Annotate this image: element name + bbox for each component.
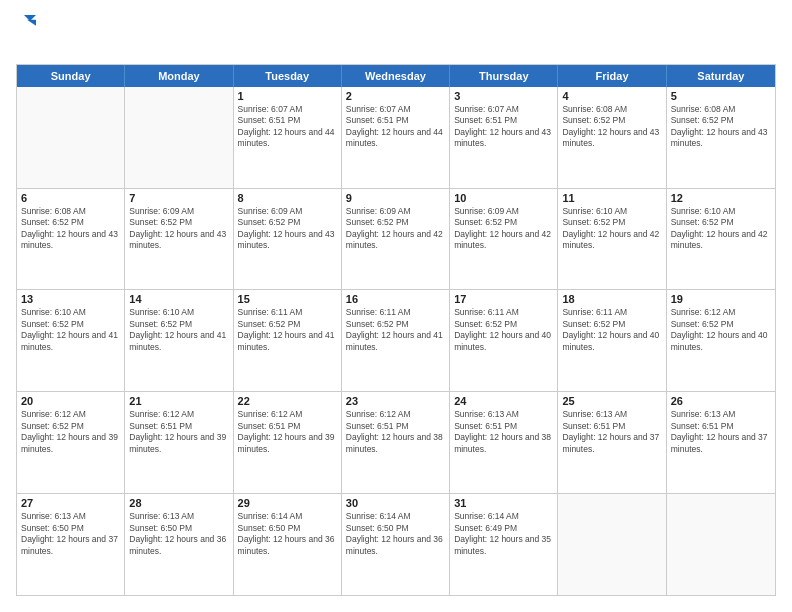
sunset-text: Sunset: 6:52 PM bbox=[671, 319, 771, 330]
daylight-text: Daylight: 12 hours and 40 minutes. bbox=[671, 330, 771, 353]
calendar-cell: 20Sunrise: 6:12 AMSunset: 6:52 PMDayligh… bbox=[17, 392, 125, 493]
calendar-row-5: 27Sunrise: 6:13 AMSunset: 6:50 PMDayligh… bbox=[17, 494, 775, 595]
sunrise-text: Sunrise: 6:08 AM bbox=[562, 104, 661, 115]
calendar-cell: 13Sunrise: 6:10 AMSunset: 6:52 PMDayligh… bbox=[17, 290, 125, 391]
calendar-cell bbox=[125, 87, 233, 188]
sunset-text: Sunset: 6:52 PM bbox=[21, 319, 120, 330]
day-number: 7 bbox=[129, 192, 228, 204]
calendar-cell: 28Sunrise: 6:13 AMSunset: 6:50 PMDayligh… bbox=[125, 494, 233, 595]
day-number: 29 bbox=[238, 497, 337, 509]
daylight-text: Daylight: 12 hours and 36 minutes. bbox=[238, 534, 337, 557]
daylight-text: Daylight: 12 hours and 37 minutes. bbox=[671, 432, 771, 455]
header bbox=[16, 16, 776, 54]
sunrise-text: Sunrise: 6:07 AM bbox=[238, 104, 337, 115]
daylight-text: Daylight: 12 hours and 44 minutes. bbox=[238, 127, 337, 150]
sunset-text: Sunset: 6:51 PM bbox=[129, 421, 228, 432]
daylight-text: Daylight: 12 hours and 41 minutes. bbox=[238, 330, 337, 353]
day-number: 28 bbox=[129, 497, 228, 509]
sunset-text: Sunset: 6:52 PM bbox=[129, 319, 228, 330]
calendar-cell: 31Sunrise: 6:14 AMSunset: 6:49 PMDayligh… bbox=[450, 494, 558, 595]
day-number: 31 bbox=[454, 497, 553, 509]
sunrise-text: Sunrise: 6:12 AM bbox=[21, 409, 120, 420]
sunrise-text: Sunrise: 6:10 AM bbox=[671, 206, 771, 217]
sunrise-text: Sunrise: 6:11 AM bbox=[562, 307, 661, 318]
logo-icon bbox=[18, 12, 36, 30]
header-day-saturday: Saturday bbox=[667, 65, 775, 87]
calendar-cell: 11Sunrise: 6:10 AMSunset: 6:52 PMDayligh… bbox=[558, 189, 666, 290]
calendar-cell: 12Sunrise: 6:10 AMSunset: 6:52 PMDayligh… bbox=[667, 189, 775, 290]
day-number: 27 bbox=[21, 497, 120, 509]
sunrise-text: Sunrise: 6:11 AM bbox=[346, 307, 445, 318]
calendar-cell: 2Sunrise: 6:07 AMSunset: 6:51 PMDaylight… bbox=[342, 87, 450, 188]
daylight-text: Daylight: 12 hours and 38 minutes. bbox=[454, 432, 553, 455]
day-number: 6 bbox=[21, 192, 120, 204]
sunrise-text: Sunrise: 6:08 AM bbox=[21, 206, 120, 217]
daylight-text: Daylight: 12 hours and 43 minutes. bbox=[238, 229, 337, 252]
sunrise-text: Sunrise: 6:14 AM bbox=[238, 511, 337, 522]
calendar-cell: 9Sunrise: 6:09 AMSunset: 6:52 PMDaylight… bbox=[342, 189, 450, 290]
daylight-text: Daylight: 12 hours and 42 minutes. bbox=[671, 229, 771, 252]
daylight-text: Daylight: 12 hours and 41 minutes. bbox=[346, 330, 445, 353]
sunrise-text: Sunrise: 6:12 AM bbox=[129, 409, 228, 420]
sunrise-text: Sunrise: 6:11 AM bbox=[238, 307, 337, 318]
page: SundayMondayTuesdayWednesdayThursdayFrid… bbox=[0, 0, 792, 612]
sunset-text: Sunset: 6:50 PM bbox=[129, 523, 228, 534]
daylight-text: Daylight: 12 hours and 42 minutes. bbox=[562, 229, 661, 252]
sunset-text: Sunset: 6:52 PM bbox=[346, 217, 445, 228]
sunset-text: Sunset: 6:51 PM bbox=[454, 421, 553, 432]
day-number: 15 bbox=[238, 293, 337, 305]
day-number: 18 bbox=[562, 293, 661, 305]
calendar-cell: 14Sunrise: 6:10 AMSunset: 6:52 PMDayligh… bbox=[125, 290, 233, 391]
daylight-text: Daylight: 12 hours and 37 minutes. bbox=[562, 432, 661, 455]
daylight-text: Daylight: 12 hours and 40 minutes. bbox=[562, 330, 661, 353]
calendar-cell: 1Sunrise: 6:07 AMSunset: 6:51 PMDaylight… bbox=[234, 87, 342, 188]
sunrise-text: Sunrise: 6:13 AM bbox=[129, 511, 228, 522]
sunrise-text: Sunrise: 6:13 AM bbox=[454, 409, 553, 420]
daylight-text: Daylight: 12 hours and 42 minutes. bbox=[346, 229, 445, 252]
calendar-row-4: 20Sunrise: 6:12 AMSunset: 6:52 PMDayligh… bbox=[17, 392, 775, 494]
sunrise-text: Sunrise: 6:12 AM bbox=[238, 409, 337, 420]
sunrise-text: Sunrise: 6:10 AM bbox=[562, 206, 661, 217]
logo-text bbox=[16, 34, 36, 54]
calendar-cell: 25Sunrise: 6:13 AMSunset: 6:51 PMDayligh… bbox=[558, 392, 666, 493]
daylight-text: Daylight: 12 hours and 43 minutes. bbox=[21, 229, 120, 252]
sunset-text: Sunset: 6:50 PM bbox=[346, 523, 445, 534]
calendar-cell: 26Sunrise: 6:13 AMSunset: 6:51 PMDayligh… bbox=[667, 392, 775, 493]
calendar-cell bbox=[17, 87, 125, 188]
daylight-text: Daylight: 12 hours and 43 minutes. bbox=[671, 127, 771, 150]
day-number: 16 bbox=[346, 293, 445, 305]
day-number: 1 bbox=[238, 90, 337, 102]
sunset-text: Sunset: 6:51 PM bbox=[238, 115, 337, 126]
sunset-text: Sunset: 6:50 PM bbox=[238, 523, 337, 534]
sunrise-text: Sunrise: 6:09 AM bbox=[346, 206, 445, 217]
daylight-text: Daylight: 12 hours and 44 minutes. bbox=[346, 127, 445, 150]
sunset-text: Sunset: 6:52 PM bbox=[129, 217, 228, 228]
header-day-thursday: Thursday bbox=[450, 65, 558, 87]
svg-marker-1 bbox=[27, 20, 36, 26]
sunrise-text: Sunrise: 6:13 AM bbox=[562, 409, 661, 420]
sunset-text: Sunset: 6:51 PM bbox=[671, 421, 771, 432]
sunset-text: Sunset: 6:52 PM bbox=[238, 217, 337, 228]
day-number: 19 bbox=[671, 293, 771, 305]
daylight-text: Daylight: 12 hours and 39 minutes. bbox=[238, 432, 337, 455]
day-number: 13 bbox=[21, 293, 120, 305]
sunrise-text: Sunrise: 6:09 AM bbox=[454, 206, 553, 217]
daylight-text: Daylight: 12 hours and 43 minutes. bbox=[562, 127, 661, 150]
calendar-cell: 18Sunrise: 6:11 AMSunset: 6:52 PMDayligh… bbox=[558, 290, 666, 391]
daylight-text: Daylight: 12 hours and 35 minutes. bbox=[454, 534, 553, 557]
calendar-cell: 23Sunrise: 6:12 AMSunset: 6:51 PMDayligh… bbox=[342, 392, 450, 493]
calendar-body: 1Sunrise: 6:07 AMSunset: 6:51 PMDaylight… bbox=[17, 87, 775, 595]
header-day-friday: Friday bbox=[558, 65, 666, 87]
calendar: SundayMondayTuesdayWednesdayThursdayFrid… bbox=[16, 64, 776, 596]
daylight-text: Daylight: 12 hours and 40 minutes. bbox=[454, 330, 553, 353]
calendar-cell: 3Sunrise: 6:07 AMSunset: 6:51 PMDaylight… bbox=[450, 87, 558, 188]
calendar-cell: 4Sunrise: 6:08 AMSunset: 6:52 PMDaylight… bbox=[558, 87, 666, 188]
calendar-header-row: SundayMondayTuesdayWednesdayThursdayFrid… bbox=[17, 65, 775, 87]
day-number: 4 bbox=[562, 90, 661, 102]
sunset-text: Sunset: 6:52 PM bbox=[562, 115, 661, 126]
sunset-text: Sunset: 6:52 PM bbox=[454, 217, 553, 228]
day-number: 2 bbox=[346, 90, 445, 102]
calendar-cell: 21Sunrise: 6:12 AMSunset: 6:51 PMDayligh… bbox=[125, 392, 233, 493]
day-number: 12 bbox=[671, 192, 771, 204]
header-day-monday: Monday bbox=[125, 65, 233, 87]
